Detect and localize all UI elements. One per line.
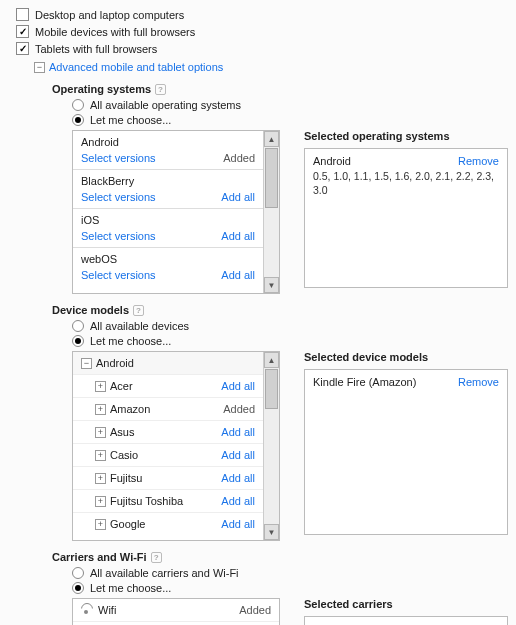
devices-section-title: Device models [52,304,129,316]
os-item-name[interactable]: BlackBerry [73,170,263,189]
expand-icon[interactable] [95,381,106,392]
carriers-selected-title: Selected carriers [304,598,508,610]
expand-icon[interactable] [95,450,106,461]
carriers-radio-all-label: All available carriers and Wi-Fi [90,567,239,579]
os-selected-remove[interactable]: Remove [458,155,499,167]
devices-radio-choose-label: Let me choose... [90,335,171,347]
os-action: Added [223,152,255,164]
checkbox-tablet-label: Tablets with full browsers [35,43,157,55]
device-selected-name: Kindle Fire (Amazon) [313,376,416,388]
os-item-name[interactable]: Android [73,131,263,150]
device-add-all[interactable]: Add all [221,380,255,392]
device-name[interactable]: Asus [110,426,134,438]
help-icon[interactable] [151,552,162,563]
device-name[interactable]: Google [110,518,145,530]
device-action: Added [223,403,255,415]
os-select-versions[interactable]: Select versions [81,269,156,281]
expand-icon[interactable] [95,427,106,438]
os-radio-choose[interactable] [72,114,84,126]
carriers-radio-choose-label: Let me choose... [90,582,171,594]
os-item-name[interactable]: webOS [73,248,263,267]
os-selected-title: Selected operating systems [304,130,508,142]
expand-icon[interactable] [95,404,106,415]
carriers-radio-choose[interactable] [72,582,84,594]
device-selected-remove[interactable]: Remove [458,376,499,388]
os-selected-box: Android Remove 0.5, 1.0, 1.1, 1.5, 1.6, … [304,148,508,288]
carrier-action: Added [239,604,271,616]
os-radio-choose-label: Let me choose... [90,114,171,126]
scroll-up-icon[interactable]: ▲ [264,352,279,368]
carriers-section-title: Carriers and Wi-Fi [52,551,147,563]
os-section-title: Operating systems [52,83,151,95]
device-name[interactable]: Fujitsu Toshiba [110,495,183,507]
devices-radio-all-label: All available devices [90,320,189,332]
os-selected-detail: 0.5, 1.0, 1.1, 1.5, 1.6, 2.0, 2.1, 2.2, … [313,169,499,197]
checkbox-mobile-label: Mobile devices with full browsers [35,26,195,38]
help-icon[interactable] [155,84,166,95]
scroll-thumb[interactable] [265,369,278,409]
device-name[interactable]: Fujitsu [110,472,142,484]
scroll-down-icon[interactable]: ▼ [264,277,279,293]
help-icon[interactable] [133,305,144,316]
checkbox-desktop[interactable] [16,8,29,21]
devices-selected-title: Selected device models [304,351,508,363]
os-add-all[interactable]: Add all [221,230,255,242]
os-radio-all-label: All available operating systems [90,99,241,111]
scroll-up-icon[interactable]: ▲ [264,131,279,147]
os-add-all[interactable]: Add all [221,269,255,281]
checkbox-desktop-label: Desktop and laptop computers [35,9,184,21]
devices-list-box: Android Acer Add all Amazon Added [72,351,280,541]
os-radio-all[interactable] [72,99,84,111]
carriers-selected-box: Wifi Remove [304,616,508,625]
checkbox-mobile[interactable] [16,25,29,38]
devices-selected-box: Kindle Fire (Amazon) Remove [304,369,508,535]
scrollbar[interactable]: ▲ ▼ [263,131,279,293]
device-name[interactable]: Casio [110,449,138,461]
scroll-thumb[interactable] [265,148,278,208]
os-item-name[interactable]: iOS [73,209,263,228]
devices-root[interactable]: Android [96,357,134,369]
device-add-all[interactable]: Add all [221,426,255,438]
expand-icon[interactable] [95,473,106,484]
os-selected-name: Android [313,155,351,167]
wifi-icon [81,606,92,614]
carrier-name[interactable]: Wifi [98,604,116,616]
carriers-list-box: Wifi Added United States Add all [72,598,280,625]
device-add-all[interactable]: Add all [221,472,255,484]
os-list-box: Android Select versions Added BlackBerry… [72,130,280,294]
advanced-options-link[interactable]: Advanced mobile and tablet options [49,61,223,73]
device-name[interactable]: Acer [110,380,133,392]
expand-icon[interactable] [95,496,106,507]
os-select-versions[interactable]: Select versions [81,152,156,164]
carriers-radio-all[interactable] [72,567,84,579]
os-add-all[interactable]: Add all [221,191,255,203]
device-add-all[interactable]: Add all [221,518,255,530]
scrollbar[interactable]: ▲ ▼ [263,352,279,540]
os-select-versions[interactable]: Select versions [81,230,156,242]
device-add-all[interactable]: Add all [221,495,255,507]
devices-radio-all[interactable] [72,320,84,332]
devices-radio-choose[interactable] [72,335,84,347]
expand-icon[interactable] [95,519,106,530]
os-select-versions[interactable]: Select versions [81,191,156,203]
scroll-down-icon[interactable]: ▼ [264,524,279,540]
checkbox-tablet[interactable] [16,42,29,55]
device-name[interactable]: Amazon [110,403,150,415]
expand-icon[interactable] [81,358,92,369]
device-add-all[interactable]: Add all [221,449,255,461]
advanced-toggle-icon[interactable] [34,62,45,73]
